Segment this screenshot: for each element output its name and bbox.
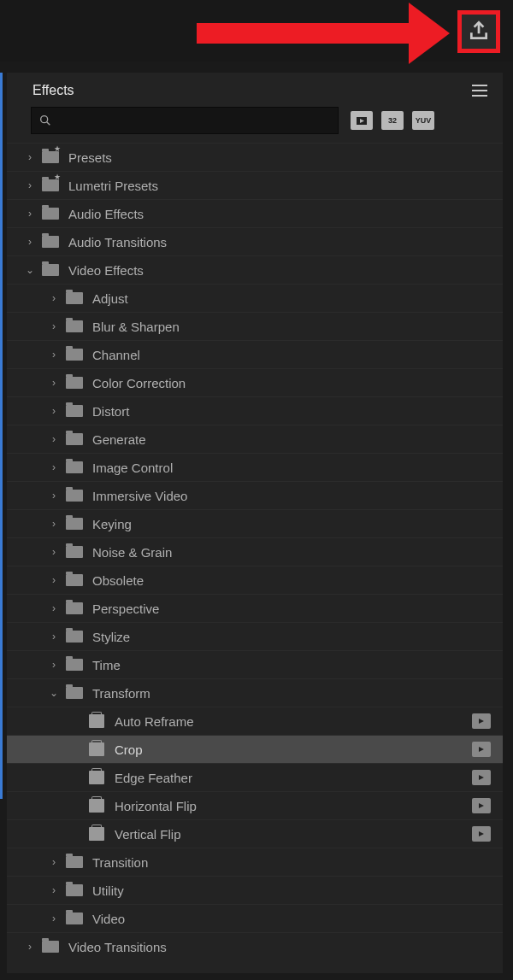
- tree-item-transform[interactable]: ⌄Transform: [7, 678, 503, 707]
- tree-item-blur-sharpen[interactable]: ›Blur & Sharpen: [7, 312, 503, 340]
- folder-icon: [65, 630, 84, 643]
- folder-icon: [65, 601, 84, 615]
- chevron-right-icon[interactable]: ›: [48, 320, 60, 332]
- tree-item-label: Video Effects: [68, 263, 491, 278]
- tree-item-color-correction[interactable]: ›Color Correction: [7, 368, 503, 396]
- tree-item-label: Auto Reframe: [115, 714, 472, 729]
- tree-item-horizontal-flip[interactable]: ›Horizontal Flip: [7, 791, 503, 819]
- folder-icon: [65, 376, 84, 390]
- chevron-right-icon[interactable]: ›: [48, 884, 60, 896]
- filter-32bit-icon[interactable]: 32: [381, 111, 404, 130]
- svg-point-0: [41, 116, 48, 123]
- search-field[interactable]: [57, 114, 331, 128]
- chevron-right-icon[interactable]: ›: [48, 490, 60, 502]
- chevron-right-icon[interactable]: ›: [24, 151, 36, 163]
- tree-item-perspective[interactable]: ›Perspective: [7, 594, 503, 622]
- tree-item-transition[interactable]: ›Transition: [7, 848, 503, 876]
- chevron-right-icon[interactable]: ›: [48, 405, 60, 417]
- tree-item-label: Audio Effects: [68, 207, 491, 221]
- folder-icon: [65, 545, 84, 559]
- tree-item-presets[interactable]: ›Presets: [7, 143, 503, 171]
- preset-icon: [87, 742, 106, 756]
- svg-marker-7: [479, 831, 484, 836]
- chevron-right-icon[interactable]: ›: [48, 518, 60, 530]
- tree-item-utility[interactable]: ›Utility: [7, 876, 503, 904]
- tree-item-label: Transform: [92, 686, 491, 701]
- tree-item-lumetri-presets[interactable]: ›Lumetri Presets: [7, 171, 503, 199]
- chevron-right-icon[interactable]: ›: [24, 941, 36, 953]
- tree-item-channel[interactable]: ›Channel: [7, 340, 503, 368]
- search-input[interactable]: [31, 107, 339, 134]
- chevron-right-icon[interactable]: ›: [48, 292, 60, 304]
- folder-icon: [65, 883, 84, 897]
- tree-item-edge-feather[interactable]: ›Edge Feather: [7, 763, 503, 791]
- tree-item-label: Horizontal Flip: [115, 799, 472, 813]
- chevron-right-icon[interactable]: ›: [48, 377, 60, 389]
- chevron-right-icon[interactable]: ›: [48, 574, 60, 586]
- preset-icon: [87, 799, 106, 813]
- filter-accelerated-icon[interactable]: [351, 111, 373, 130]
- folder-star-icon: [41, 150, 60, 164]
- effects-tree: ›Presets›Lumetri Presets›Audio Effects›A…: [7, 141, 503, 962]
- tree-item-distort[interactable]: ›Distort: [7, 396, 503, 425]
- folder-icon: [65, 573, 84, 587]
- tree-item-label: Video: [92, 912, 491, 926]
- tree-item-video[interactable]: ›Video: [7, 904, 503, 932]
- effects-panel: Effects 32 YUV ›Presets›Lumetri Presets›…: [7, 73, 503, 973]
- tree-item-crop[interactable]: ›Crop: [7, 735, 503, 763]
- chevron-right-icon[interactable]: ›: [48, 546, 60, 558]
- tree-item-label: Immersive Video: [92, 489, 491, 503]
- folder-icon: [65, 658, 84, 672]
- chevron-right-icon[interactable]: ›: [48, 602, 60, 614]
- panel-menu-icon[interactable]: [472, 85, 487, 97]
- tree-item-label: Stylize: [92, 630, 491, 644]
- svg-marker-3: [479, 719, 484, 724]
- chevron-down-icon[interactable]: ⌄: [48, 687, 60, 699]
- tree-item-label: Lumetri Presets: [68, 179, 491, 193]
- chevron-right-icon[interactable]: ›: [48, 631, 60, 643]
- tree-item-time[interactable]: ›Time: [7, 650, 503, 678]
- chevron-right-icon[interactable]: ›: [24, 208, 36, 220]
- tree-item-noise-grain[interactable]: ›Noise & Grain: [7, 537, 503, 566]
- tree-item-label: Blur & Sharpen: [92, 320, 491, 334]
- chevron-right-icon[interactable]: ›: [48, 433, 60, 445]
- chevron-right-icon[interactable]: ›: [48, 461, 60, 473]
- accelerated-badge-icon: [472, 713, 491, 729]
- tree-item-label: Distort: [92, 404, 491, 419]
- tree-item-obsolete[interactable]: ›Obsolete: [7, 566, 503, 594]
- tree-item-label: Generate: [92, 432, 491, 447]
- tree-item-generate[interactable]: ›Generate: [7, 425, 503, 453]
- folder-icon: [41, 207, 60, 220]
- tree-item-image-control[interactable]: ›Image Control: [7, 453, 503, 481]
- chevron-right-icon[interactable]: ›: [24, 179, 36, 191]
- chevron-down-icon[interactable]: ⌄: [24, 264, 36, 276]
- search-icon: [38, 114, 52, 127]
- chevron-right-icon[interactable]: ›: [48, 913, 60, 924]
- tree-item-adjust[interactable]: ›Adjust: [7, 284, 503, 312]
- accelerated-badge-icon: [472, 826, 491, 842]
- filter-yuv-icon[interactable]: YUV: [412, 111, 434, 130]
- tree-item-video-effects[interactable]: ⌄Video Effects: [7, 255, 503, 284]
- chevron-right-icon[interactable]: ›: [48, 349, 60, 361]
- tree-item-immersive-video[interactable]: ›Immersive Video: [7, 481, 503, 509]
- tree-item-label: Channel: [92, 348, 491, 362]
- chevron-right-icon[interactable]: ›: [24, 236, 36, 248]
- preset-icon: [87, 827, 106, 841]
- tree-item-auto-reframe[interactable]: ›Auto Reframe: [7, 707, 503, 735]
- export-icon[interactable]: [468, 20, 490, 44]
- folder-icon: [65, 432, 84, 446]
- tree-item-label: Image Control: [92, 461, 491, 475]
- tree-item-keying[interactable]: ›Keying: [7, 509, 503, 537]
- tree-item-label: Keying: [92, 517, 491, 531]
- chevron-right-icon[interactable]: ›: [48, 659, 60, 671]
- tree-item-stylize[interactable]: ›Stylize: [7, 622, 503, 650]
- tree-item-audio-effects[interactable]: ›Audio Effects: [7, 199, 503, 227]
- tree-item-label: Color Correction: [92, 376, 491, 390]
- tree-item-video-transitions[interactable]: ›Video Transitions: [7, 932, 503, 960]
- chevron-right-icon[interactable]: ›: [48, 856, 60, 868]
- folder-icon: [65, 320, 84, 333]
- tree-item-label: Time: [92, 658, 491, 672]
- tree-item-audio-transitions[interactable]: ›Audio Transitions: [7, 227, 503, 255]
- app-topbar: [0, 0, 513, 62]
- tree-item-vertical-flip[interactable]: ›Vertical Flip: [7, 819, 503, 848]
